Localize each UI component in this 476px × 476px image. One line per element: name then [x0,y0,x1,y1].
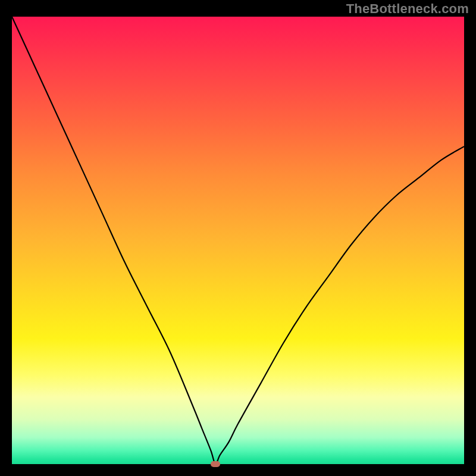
minimum-marker [211,461,220,467]
watermark-text: TheBottleneck.com [346,1,469,17]
bottleneck-curve [12,17,464,464]
curve-path [12,17,464,464]
chart-frame: TheBottleneck.com [0,0,476,476]
plot-area [12,17,464,464]
